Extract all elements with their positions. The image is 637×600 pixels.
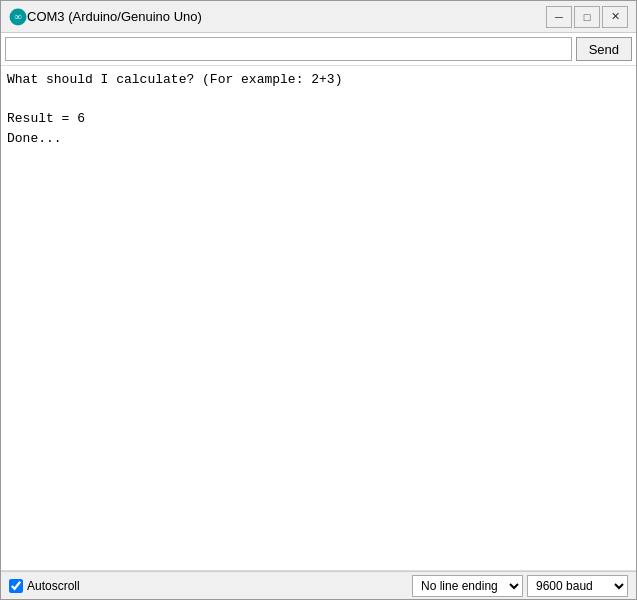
autoscroll-container: Autoscroll: [9, 579, 80, 593]
serial-output: What should I calculate? (For example: 2…: [1, 66, 636, 571]
status-bar: Autoscroll No line endingNewlineCarriage…: [1, 571, 636, 599]
minimize-button[interactable]: ─: [546, 6, 572, 28]
svg-text:∞: ∞: [14, 11, 21, 22]
line-ending-select[interactable]: No line endingNewlineCarriage returnBoth…: [412, 575, 523, 597]
window-controls: ─ □ ✕: [546, 6, 628, 28]
send-button[interactable]: Send: [576, 37, 632, 61]
maximize-button[interactable]: □: [574, 6, 600, 28]
close-button[interactable]: ✕: [602, 6, 628, 28]
serial-input[interactable]: [5, 37, 572, 61]
baud-rate-select[interactable]: 300 baud1200 baud2400 baud4800 baud9600 …: [527, 575, 628, 597]
window-title: COM3 (Arduino/Genuino Uno): [27, 9, 546, 24]
autoscroll-checkbox[interactable]: [9, 579, 23, 593]
main-window: ∞ COM3 (Arduino/Genuino Uno) ─ □ ✕ Send …: [0, 0, 637, 600]
toolbar: Send: [1, 33, 636, 66]
title-bar: ∞ COM3 (Arduino/Genuino Uno) ─ □ ✕: [1, 1, 636, 33]
arduino-logo-icon: ∞: [9, 8, 27, 26]
autoscroll-label[interactable]: Autoscroll: [27, 579, 80, 593]
status-right: No line endingNewlineCarriage returnBoth…: [412, 575, 628, 597]
